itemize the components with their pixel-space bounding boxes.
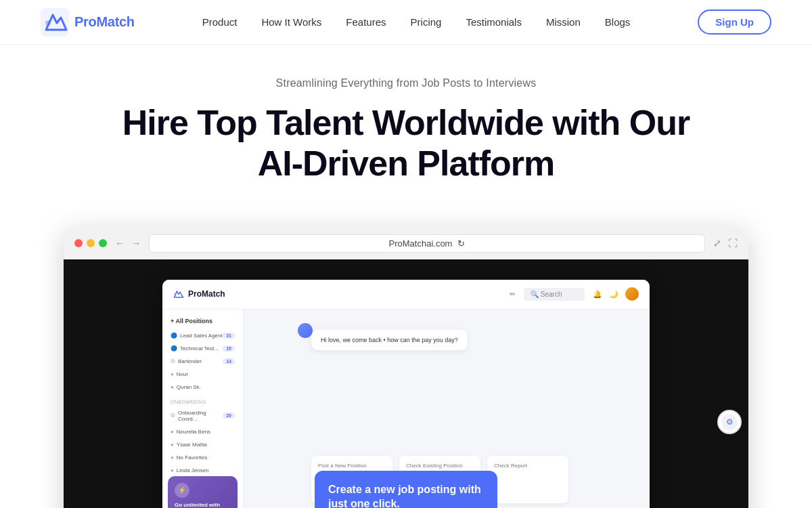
sidebar-item-3[interactable]: ● Nour — [168, 368, 238, 380]
card-0-title: Post a New Position — [318, 463, 386, 469]
minimize-dot[interactable] — [87, 239, 95, 247]
refresh-icon[interactable]: ↻ — [457, 238, 465, 249]
browser-actions: ⤢ ⛶ — [713, 238, 738, 249]
hero-section: Streamlining Everything from Job Posts t… — [0, 45, 812, 206]
fullscreen-icon[interactable]: ⛶ — [728, 238, 738, 249]
svg-point-4 — [175, 294, 177, 296]
header: ProMatch Product How It Works Features P… — [0, 0, 812, 45]
chat-avatar — [298, 323, 313, 338]
svg-point-2 — [45, 20, 51, 26]
new-tab-icon[interactable]: ⤢ — [713, 238, 721, 249]
widget-inner: ⚙ — [721, 414, 738, 430]
url-bar[interactable]: ProMatchai.com ↻ — [149, 234, 705, 253]
sidebar-item-0[interactable]: 🔵 Lead Sales Agent 31 — [168, 330, 238, 341]
forward-button[interactable]: → — [131, 238, 141, 249]
nav-pricing[interactable]: Pricing — [411, 16, 442, 28]
app-logo-text: ProMatch — [188, 289, 225, 299]
sidebar-header: + All Positions — [168, 318, 238, 324]
nav-mission[interactable]: Mission — [546, 16, 581, 28]
sidebar-section: Onboarding ⚙ Onboarding Coord... 20 — [168, 400, 238, 476]
url-text: ProMatchai.com — [389, 238, 453, 249]
inner-app-mockup: ProMatch ✏ 🔍 Search 🔔 🌙 — [162, 280, 650, 508]
browser-content: ProMatch ✏ 🔍 Search 🔔 🌙 — [64, 259, 748, 508]
sidebar-item-1[interactable]: 🔵 Technical Test... 15 — [168, 343, 238, 354]
close-dot[interactable] — [74, 239, 83, 247]
svg-rect-0 — [41, 8, 69, 37]
chat-bubble: Hi love, we come back • how can the pay … — [311, 330, 468, 350]
search-icon: 🔍 — [531, 291, 539, 298]
main-nav: Product How It Works Features Pricing Te… — [202, 16, 631, 28]
edit-icon[interactable]: ✏ — [510, 290, 516, 299]
floating-widget[interactable]: ⚙ — [717, 410, 742, 434]
sidebar-section-item-4[interactable]: ● Linda Jensen — [168, 465, 238, 476]
nav-testimonials[interactable]: Testimonials — [466, 16, 522, 28]
nav-features[interactable]: Features — [346, 16, 386, 28]
sidebar-section-title: Onboarding — [168, 400, 238, 404]
app-main: Hi love, we come back • how can the pay … — [244, 310, 650, 508]
card-1-title: Check Existing Position — [406, 463, 474, 469]
sidebar-item-2[interactable]: ⚙ Bartender 14 — [168, 356, 238, 367]
sidebar-section-item-1[interactable]: ● Nourella Bens — [168, 426, 238, 438]
back-button[interactable]: ← — [115, 238, 125, 249]
card-2[interactable]: Check Report — [487, 456, 568, 503]
signup-button[interactable]: Sign Up — [698, 9, 771, 35]
logo-icon — [41, 8, 69, 37]
cta-card: Create a new job posting with just one c… — [315, 471, 497, 508]
hero-subtitle: Streamlining Everything from Job Posts t… — [41, 77, 771, 89]
nav-how-it-works[interactable]: How It Works — [261, 16, 321, 28]
search-placeholder: Search — [541, 291, 562, 298]
pro-card: ⚡ Go unlimited with PRO Get your AI-Agen… — [168, 476, 238, 508]
user-avatar[interactable] — [625, 287, 639, 301]
browser-mockup: ← → ProMatchai.com ↻ ⤢ ⛶ — [64, 228, 748, 508]
hero-title: Hire Top Talent Worldwide with Our AI-Dr… — [102, 103, 710, 184]
moon-icon[interactable]: 🌙 — [609, 290, 618, 299]
browser-dots — [74, 239, 107, 247]
app-logo: ProMatch — [173, 289, 225, 299]
sidebar-section-item-0[interactable]: ⚙ Onboarding Coord... 20 — [168, 407, 238, 425]
cta-title: Create a new job posting with just one c… — [328, 483, 484, 508]
app-sidebar: + All Positions 🔵 Lead Sales Agent 31 🔵 — [162, 310, 244, 508]
pro-icon: ⚡ — [175, 483, 189, 498]
app-nav: ProMatch ✏ 🔍 Search 🔔 🌙 — [162, 280, 650, 310]
maximize-dot[interactable] — [99, 239, 107, 247]
browser-bar: ← → ProMatchai.com ↻ ⤢ ⛶ — [64, 228, 748, 259]
card-2-title: Check Report — [494, 463, 562, 469]
sidebar-item-4[interactable]: ● Quran Sk. — [168, 381, 238, 393]
app-search-bar[interactable]: 🔍 Search — [524, 288, 585, 301]
pro-title: Go unlimited with PRO — [175, 502, 231, 508]
logo[interactable]: ProMatch — [41, 8, 135, 37]
sidebar-section-item-2[interactable]: ● Ysaar Mattia — [168, 439, 238, 450]
chat-message: Hi love, we come back • how can the pay … — [321, 337, 458, 343]
nav-blogs[interactable]: Blogs — [605, 16, 631, 28]
logo-text: ProMatch — [74, 14, 135, 30]
app-body: + All Positions 🔵 Lead Sales Agent 31 🔵 — [162, 310, 650, 508]
sidebar-section-item-3[interactable]: ● No Favorites — [168, 452, 238, 463]
nav-product[interactable]: Product — [202, 16, 238, 28]
browser-nav: ← → — [115, 238, 141, 249]
bell-icon[interactable]: 🔔 — [593, 290, 602, 299]
app-nav-icons: 🔔 🌙 — [593, 287, 639, 301]
